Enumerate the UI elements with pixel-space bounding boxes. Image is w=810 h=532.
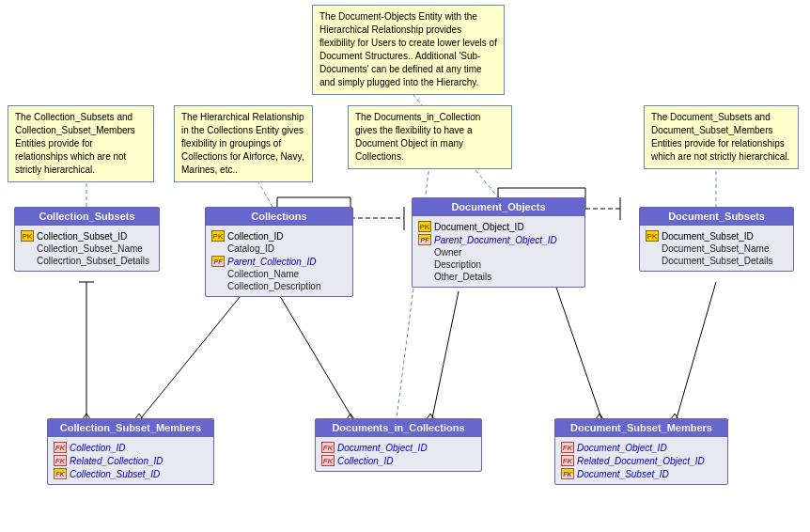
entity-documents-in-collections: Documents_in_Collections FK Document_Obj… [315, 418, 482, 472]
field-catalog-id: Catalog_ID [211, 243, 347, 255]
note-collection-subsets: The Collection_Subsets and Collection_Su… [8, 105, 154, 182]
field-document-subset-name: Document_Subset_Name [646, 243, 787, 255]
fk-icon: FK [561, 455, 574, 466]
field-other-details: Other_Details [418, 271, 579, 283]
entity-document-subsets: Document_Subsets PK Document_Subset_ID D… [639, 207, 794, 272]
entity-document-subset-members-title: Document_Subset_Members [555, 419, 727, 437]
fk-icon: FK [561, 442, 574, 453]
field-owner: Owner [418, 246, 579, 258]
field-collection-name: Collection_Name [211, 268, 347, 280]
pk-icon: PK [646, 230, 659, 242]
entity-collection-subset-members: Collection_Subset_Members FK Collection_… [47, 418, 214, 485]
entity-document-objects-title: Document_Objects [413, 198, 584, 216]
entity-document-subset-members: Document_Subset_Members FK Document_Obje… [554, 418, 728, 485]
entity-document-objects: Document_Objects PK Document_Object_ID P… [412, 197, 585, 288]
entity-documents-in-collections-title: Documents_in_Collections [316, 419, 481, 437]
field-dsm-document-subset-id: FK Document_Subset_ID [561, 467, 722, 480]
field-collection-subset-id: PK Collection_Subset_ID [21, 229, 153, 243]
field-collection-description: Collection_Description [211, 280, 347, 292]
field-dsm-document-object-id: FK Document_Object_ID [561, 441, 722, 454]
diagram-container: The Document-Objects Entity with the Hie… [0, 0, 810, 532]
entity-collection-subset-members-title: Collection_Subset_Members [48, 419, 213, 437]
field-document-subset-details: Document_Subset_Details [646, 255, 787, 267]
field-related-collection-id: FK Related_Collection_ID [54, 454, 208, 467]
note-hierarchical: The Hierarchical Relationship in the Col… [174, 105, 313, 182]
pk-icon: PK [21, 230, 34, 242]
fk-icon: FK [54, 442, 67, 453]
svg-line-14 [141, 291, 244, 418]
fk-icon: FK [54, 455, 67, 466]
fk-icon: FK [321, 455, 335, 466]
note-docs-in-collection: The Documents_in_Collection gives the fl… [348, 105, 512, 169]
field-related-document-object-id: FK Related_Document_Object_ID [561, 454, 722, 467]
field-parent-document-object-id: PF Parent_Document_Object_ID [418, 233, 579, 246]
svg-line-17 [277, 291, 352, 418]
note-doc-objects: The Document-Objects Entity with the Hie… [312, 5, 505, 95]
field-collection-subset-name: Collection_Subset_Name [21, 243, 153, 255]
field-document-object-id: PK Document_Object_ID [418, 220, 579, 233]
field-document-subset-id: PK Document_Subset_ID [646, 229, 787, 243]
pfk-icon: PF [211, 256, 225, 267]
field-csm-collection-id: FK Collection_ID [54, 441, 208, 454]
field-parent-collection-id: PF Parent_Collection_ID [211, 255, 347, 268]
pk-icon: PK [211, 230, 225, 242]
field-collection-id: PK Collection_ID [211, 229, 347, 243]
pfk-icon: PF [418, 234, 431, 245]
entity-collection-subsets: Collection_Subsets PK Collection_Subset_… [14, 207, 160, 272]
pfk-icon: FK [561, 468, 574, 479]
svg-line-26 [554, 282, 601, 418]
svg-line-23 [677, 282, 716, 418]
note-document-subsets: The Document_Subsets and Document_Subset… [644, 105, 799, 169]
field-collecrtion-subset-details: Collecrtion_Subset_Details [21, 255, 153, 267]
pk-icon: PK [418, 221, 431, 232]
entity-collections-title: Collections [206, 208, 352, 226]
field-dic-document-object-id: FK Document_Object_ID [321, 441, 475, 454]
svg-line-20 [432, 291, 459, 418]
field-csm-collection-subset-id: FK Collection_Subset_ID [54, 467, 208, 480]
pfk-icon: FK [54, 468, 67, 479]
entity-collections: Collections PK Collection_ID Catalog_ID … [205, 207, 353, 297]
fk-icon: FK [321, 442, 335, 453]
entity-document-subsets-title: Document_Subsets [640, 208, 793, 226]
field-description: Description [418, 258, 579, 271]
entity-collection-subsets-title: Collection_Subsets [15, 208, 159, 226]
field-dic-collection-id: FK Collection_ID [321, 454, 475, 467]
